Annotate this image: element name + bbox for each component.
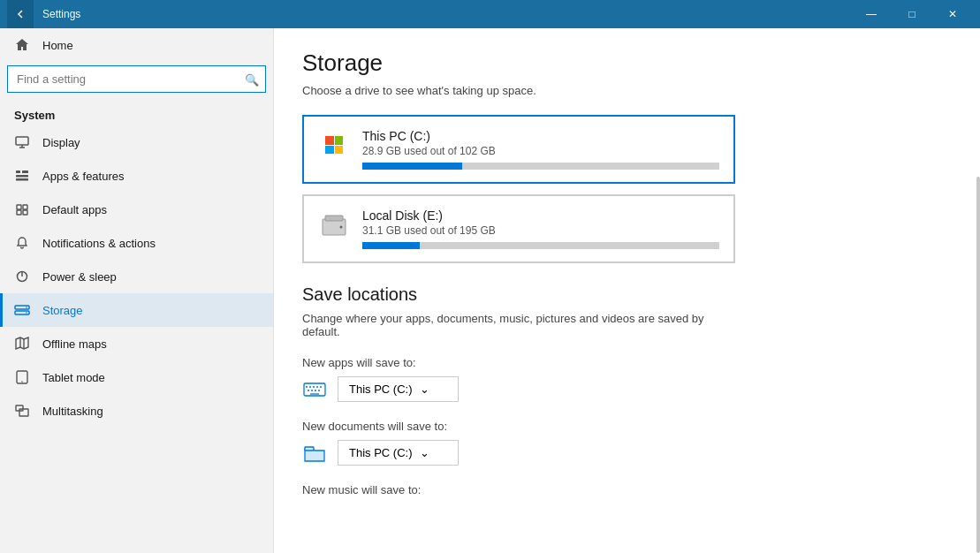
save-docs-control: This PC (C:) ⌄	[302, 440, 952, 466]
sidebar-item-offline-maps[interactable]: Offline maps	[0, 327, 273, 360]
svg-rect-0	[16, 137, 28, 145]
sidebar-nav: Display Apps & features	[0, 125, 273, 553]
keyboard-icon	[302, 377, 327, 402]
search-container: 🔍	[7, 65, 266, 93]
sidebar-item-tablet-mode[interactable]: Tablet mode	[0, 360, 273, 394]
drive-e-progress-fill	[362, 242, 420, 249]
search-icon: 🔍	[245, 72, 259, 86]
svg-rect-7	[17, 205, 21, 209]
offline-maps-icon	[14, 336, 30, 352]
system-section-label: System	[0, 100, 273, 125]
tablet-mode-icon	[14, 369, 30, 385]
drive-c-used: 28.9 GB used out of 102 GB	[362, 145, 719, 157]
power-sleep-label: Power & sleep	[42, 270, 117, 284]
home-icon	[14, 37, 30, 53]
default-apps-label: Default apps	[42, 203, 107, 216]
drive-e-info: Local Disk (E:) 31.1 GB used out of 195 …	[362, 208, 719, 249]
page-subtitle: Choose a drive to see what's taking up s…	[302, 84, 952, 97]
save-music-label: New music will save to:	[302, 483, 952, 496]
svg-rect-4	[16, 175, 28, 178]
svg-point-20	[21, 381, 23, 383]
svg-point-25	[340, 226, 343, 229]
save-locations-title: Save locations	[302, 284, 952, 305]
drive-c-icon	[318, 129, 350, 161]
notifications-label: Notifications & actions	[42, 237, 156, 250]
drive-e-name: Local Disk (E:)	[362, 208, 719, 223]
sidebar-item-home[interactable]: Home	[0, 28, 273, 62]
apps-icon	[14, 168, 30, 184]
docs-save-value: This PC (C:)	[349, 446, 413, 459]
drive-c-name: This PC (C:)	[362, 129, 719, 143]
page-title: Storage	[302, 49, 952, 77]
power-icon	[14, 269, 30, 284]
save-apps-control: This PC (C:) ⌄	[302, 376, 952, 402]
save-docs-label: New documents will save to:	[302, 420, 952, 433]
drive-e-progress-bg	[362, 242, 719, 249]
folder-icon	[302, 441, 327, 466]
maximize-button[interactable]: □	[892, 0, 932, 28]
sidebar-item-default-apps[interactable]: Default apps	[0, 193, 273, 226]
svg-rect-37	[305, 447, 314, 451]
save-apps-row: New apps will save to:	[302, 356, 952, 402]
drive-c-progress-bg	[362, 163, 719, 170]
drive-card-c[interactable]: This PC (C:) 28.9 GB used out of 102 GB	[302, 115, 735, 184]
svg-rect-3	[16, 170, 20, 173]
sidebar-item-power-sleep[interactable]: Power & sleep	[0, 260, 273, 293]
minimize-button[interactable]: —	[851, 0, 892, 28]
svg-rect-6	[22, 170, 28, 173]
sidebar: Home 🔍 System Display	[0, 28, 274, 553]
apps-save-dropdown[interactable]: This PC (C:) ⌄	[338, 376, 459, 402]
titlebar: Settings — □ ✕	[0, 0, 980, 28]
back-button[interactable]	[7, 0, 34, 28]
main-content: Storage Choose a drive to see what's tak…	[274, 28, 980, 553]
window-title: Settings	[42, 8, 851, 20]
sidebar-item-multitasking[interactable]: Multitasking	[0, 394, 273, 428]
dropdown-arrow-icon: ⌄	[420, 383, 429, 396]
drive-card-e[interactable]: Local Disk (E:) 31.1 GB used out of 195 …	[302, 194, 735, 263]
apps-label: Apps & features	[42, 170, 125, 183]
app-body: Home 🔍 System Display	[0, 28, 980, 553]
offline-maps-label: Offline maps	[42, 337, 107, 351]
drive-c-info: This PC (C:) 28.9 GB used out of 102 GB	[362, 129, 719, 170]
dropdown-arrow-docs-icon: ⌄	[420, 446, 429, 459]
drive-e-icon	[318, 208, 350, 240]
apps-save-value: This PC (C:)	[349, 383, 413, 396]
svg-point-16	[26, 312, 27, 314]
display-icon	[14, 134, 30, 150]
default-apps-icon	[14, 201, 30, 217]
docs-save-dropdown[interactable]: This PC (C:) ⌄	[338, 440, 459, 466]
save-docs-row: New documents will save to: This PC (C:)…	[302, 420, 952, 466]
storage-icon	[14, 302, 30, 318]
home-label: Home	[42, 39, 73, 52]
multitasking-label: Multitasking	[42, 405, 103, 418]
svg-rect-10	[23, 210, 27, 215]
notifications-icon	[14, 235, 30, 251]
storage-label: Storage	[42, 304, 83, 317]
svg-rect-8	[23, 205, 27, 209]
window-controls: — □ ✕	[851, 0, 973, 28]
svg-rect-5	[16, 178, 28, 181]
sidebar-item-notifications[interactable]: Notifications & actions	[0, 226, 273, 260]
drive-c-progress-fill	[362, 163, 462, 170]
svg-point-15	[26, 307, 27, 308]
save-music-row: New music will save to:	[302, 483, 952, 496]
search-input[interactable]	[7, 65, 266, 93]
display-label: Display	[42, 136, 80, 149]
save-apps-label: New apps will save to:	[302, 356, 952, 369]
svg-rect-9	[17, 210, 21, 215]
sidebar-item-apps-features[interactable]: Apps & features	[0, 159, 273, 193]
sidebar-item-display[interactable]: Display	[0, 125, 273, 159]
close-button[interactable]: ✕	[932, 0, 973, 28]
drive-e-used: 31.1 GB used out of 195 GB	[362, 224, 719, 237]
multitasking-icon	[14, 403, 30, 419]
tablet-mode-label: Tablet mode	[42, 371, 105, 384]
sidebar-item-storage[interactable]: Storage	[0, 293, 273, 327]
save-locations-desc: Change where your apps, documents, music…	[302, 312, 726, 338]
svg-rect-22	[19, 409, 28, 416]
svg-rect-24	[325, 216, 343, 221]
